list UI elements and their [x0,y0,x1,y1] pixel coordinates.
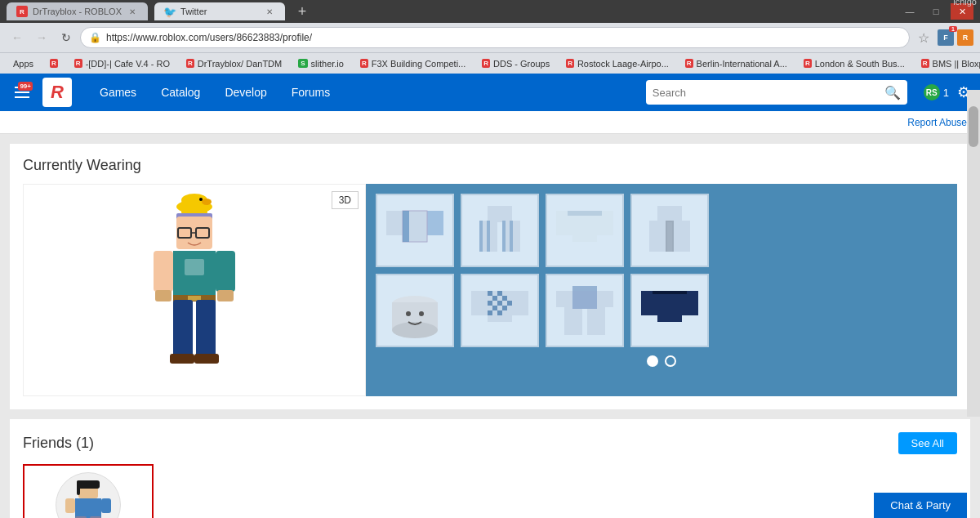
tab-roblox[interactable]: R DrTrayblox - ROBLOX ✕ [7,2,148,20]
svg-rect-15 [217,290,234,301]
drtrayblox-bm-icon: R [186,59,194,68]
item-3[interactable] [546,194,624,267]
item-1[interactable] [376,194,454,267]
svg-rect-55 [497,301,502,306]
robux-button[interactable]: RS 1 [924,84,949,100]
friend-avatar [56,472,121,518]
address-bar[interactable]: 🔒 https://www.roblox.com/users/86623883/… [80,27,910,48]
back-button[interactable]: ← [7,27,28,48]
bookmark-london[interactable]: R London & South Bus... [797,55,911,73]
svg-rect-59 [497,310,502,315]
svg-rect-11 [185,259,204,275]
roblox-header: 99+ R Games Catalog Develop Forums 🔍 RS … [0,74,980,111]
drtrayblox-label: DrTrayblox/ DanTDM [198,59,283,69]
forward-button[interactable]: → [31,27,52,48]
nav-bar: ← → ↻ 🔒 https://www.roblox.com/users/866… [0,23,980,52]
svg-rect-20 [196,300,216,357]
minimize-button[interactable]: — [898,3,921,20]
cafe-icon: R [74,59,82,68]
new-tab-button[interactable]: + [292,1,313,22]
bookmark-apps[interactable]: Apps [7,55,40,73]
items-row-1 [376,194,947,267]
bookmark-drtrayblox[interactable]: R DrTrayblox/ DanTDM [180,55,288,73]
svg-rect-71 [653,291,687,294]
tab-roblox-label: DrTrayblox - ROBLOX [33,7,122,16]
svg-rect-77 [101,498,111,513]
chat-party-button[interactable]: Chat & Party [874,493,967,518]
avatar-figure [121,192,268,388]
bookmark-slither[interactable]: S slither.io [292,55,350,73]
berlin-icon: R [685,59,693,68]
bookmark-rostock[interactable]: R Rostock Laage-Airpo... [559,55,675,73]
item-4[interactable] [630,194,709,267]
bookmark-star-button[interactable]: ☆ [913,27,934,48]
item-7[interactable] [546,274,624,347]
pagination-dot-2[interactable] [665,355,676,367]
svg-rect-64 [597,291,613,307]
svg-rect-41 [666,221,674,252]
nav-games[interactable]: Games [88,81,148,104]
pagination-dot-1[interactable] [647,355,658,367]
svg-rect-49 [512,291,528,315]
svg-rect-33 [510,221,513,252]
bookmark-cafe[interactable]: R -[DD]-| Cafe V.4 - RO [68,55,176,73]
nav-catalog[interactable]: Catalog [149,81,212,104]
scroll-thumb[interactable] [969,106,978,147]
tab-twitter[interactable]: 🐦 Twitter ✕ [154,2,285,20]
item-6[interactable] [461,274,539,347]
svg-rect-57 [488,310,492,315]
report-bar: Report Abuse [0,111,980,134]
bookmark-dds[interactable]: R DDS - Groups [475,55,556,73]
item-2[interactable] [461,194,539,267]
maximize-button[interactable]: □ [924,3,947,20]
item-8[interactable] [630,274,709,347]
extension-icon-2[interactable]: R [957,29,973,46]
avatar-preview-area: 3D [23,184,366,396]
svg-rect-63 [556,291,572,307]
rostock-label: Rostock Laage-Airpo... [577,59,669,69]
toggle-3d-button[interactable]: 3D [332,191,359,209]
report-abuse-link[interactable]: Report Abuse [907,117,967,128]
bookmark-berlin[interactable]: R Berlin-International A... [679,55,794,73]
extension-icon-1[interactable]: F 1 [938,29,954,46]
header-right: RS 1 ⚙ [924,83,970,101]
search-icon[interactable]: 🔍 [884,85,901,100]
hamburger-line-3 [15,96,29,98]
bookmark-f3x[interactable]: R F3X Building Competi... [354,55,472,73]
browser-profile: ichigo [953,0,977,7]
nav-develop[interactable]: Develop [213,81,278,104]
scrollbar[interactable] [967,90,980,417]
see-all-button[interactable]: See All [898,432,957,454]
svg-rect-67 [572,291,597,309]
svg-rect-21 [194,354,219,364]
url-text: https://www.roblox.com/users/86623883/pr… [106,32,312,43]
friend-card-realdanswife[interactable]: realdanswife [23,464,154,518]
london-label: London & South Bus... [815,59,905,69]
friends-header: Friends (1) See All [23,432,957,454]
title-bar: ichigo R DrTrayblox - ROBLOX ✕ 🐦 Twitter… [0,0,980,23]
page-content: Report Abuse Currently Wearing 3D [0,111,980,518]
bookmark-bms[interactable]: R BMS || Bloxport Midd... [915,55,980,73]
svg-rect-65 [564,307,582,335]
svg-rect-56 [492,306,497,310]
london-icon: R [804,59,812,68]
dds-label: DDS - Groups [493,59,550,69]
svg-rect-40 [672,221,690,252]
item-5[interactable] [376,274,454,347]
bookmark-roblox-r[interactable]: R [43,55,65,73]
roblox-logo[interactable]: R [42,78,72,107]
svg-rect-66 [587,307,605,335]
refresh-button[interactable]: ↻ [56,27,77,48]
berlin-label: Berlin-International A... [697,59,787,69]
hamburger-menu-button[interactable]: 99+ [10,80,34,105]
tab-roblox-close[interactable]: ✕ [127,6,138,17]
tab-twitter-close[interactable]: ✕ [264,6,275,17]
bms-icon: R [921,59,929,68]
svg-rect-24 [427,211,443,235]
svg-rect-58 [502,306,507,310]
search-bar[interactable]: 🔍 [646,80,907,105]
nav-forums[interactable]: Forums [280,81,341,104]
search-input[interactable] [653,87,880,99]
robux-icon: RS [924,84,940,100]
rostock-icon: R [566,59,574,68]
